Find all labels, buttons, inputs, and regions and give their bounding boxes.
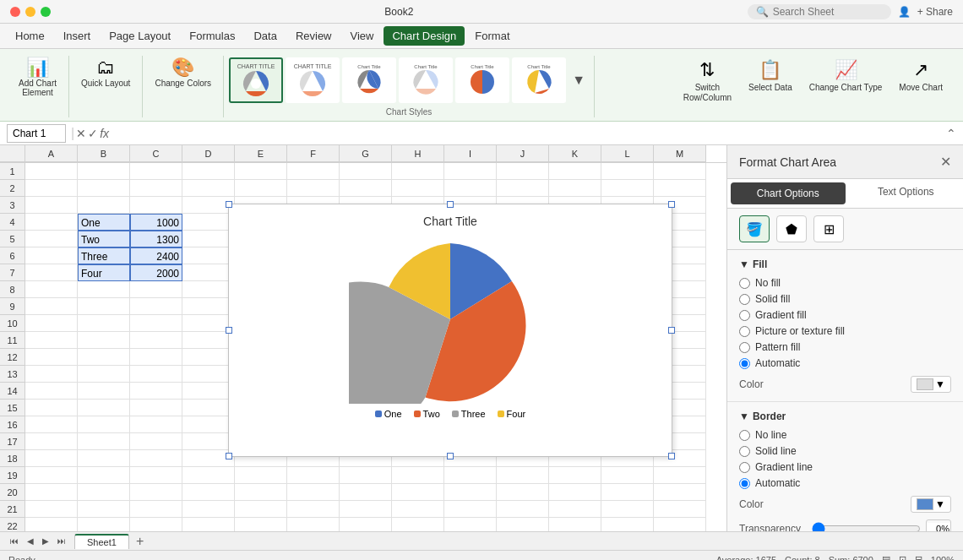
- row-header-11[interactable]: 11: [0, 332, 25, 349]
- formula-confirm-icon[interactable]: ✓: [88, 127, 98, 140]
- row-header-2[interactable]: 2: [0, 180, 25, 197]
- row-header-9[interactable]: 9: [0, 298, 25, 315]
- fill-color-button[interactable]: ▼: [911, 376, 951, 393]
- search-input[interactable]: [773, 6, 883, 18]
- resize-handle-bc[interactable]: [447, 453, 454, 459]
- minimize-button[interactable]: [25, 7, 35, 17]
- resize-handle-tl[interactable]: [226, 201, 232, 208]
- cell-B1[interactable]: [78, 163, 130, 180]
- menu-chart-design[interactable]: Chart Design: [384, 26, 465, 46]
- cell-H1[interactable]: [392, 163, 444, 180]
- cell-J1[interactable]: [497, 163, 549, 180]
- search-box[interactable]: 🔍: [748, 4, 891, 19]
- row-header-12[interactable]: 12: [0, 349, 25, 366]
- fill-picture[interactable]: Picture or texture fill: [739, 325, 951, 337]
- formula-input[interactable]: [114, 128, 941, 139]
- resize-handle-br[interactable]: [668, 453, 675, 459]
- move-chart-button[interactable]: ↗ Move Chart: [892, 56, 949, 96]
- status-view-normal[interactable]: ▤: [882, 554, 890, 560]
- chart-style-4[interactable]: Chart Title: [399, 57, 453, 103]
- sheet-nav-next[interactable]: ▶: [39, 535, 52, 547]
- chart-styles-more[interactable]: ▼: [569, 60, 589, 101]
- tab-text-options[interactable]: Text Options: [849, 179, 964, 208]
- row-header-10[interactable]: 10: [0, 315, 25, 332]
- cell-D6[interactable]: [182, 247, 235, 264]
- cell-B7[interactable]: Four: [78, 264, 130, 281]
- menu-home[interactable]: Home: [7, 26, 53, 46]
- chart-style-3[interactable]: Chart Title: [342, 57, 396, 103]
- fill-gradient[interactable]: Gradient fill: [739, 309, 951, 321]
- cell-C3[interactable]: [130, 197, 182, 214]
- cell-D5[interactable]: [182, 231, 235, 247]
- menu-format[interactable]: Format: [466, 26, 518, 46]
- resize-handle-tc[interactable]: [447, 201, 454, 208]
- row-header-21[interactable]: 21: [0, 501, 25, 518]
- cell-D1[interactable]: [182, 163, 235, 180]
- row-header-15[interactable]: 15: [0, 400, 25, 416]
- cell-F2[interactable]: [287, 180, 340, 197]
- cell-F1[interactable]: [287, 163, 340, 180]
- row-header-5[interactable]: 5: [0, 231, 25, 247]
- cell-B5[interactable]: Two: [78, 231, 130, 247]
- fill-section-title[interactable]: ▼ Fill: [739, 258, 951, 270]
- cell-L1[interactable]: [601, 163, 654, 180]
- col-header-A[interactable]: A: [25, 145, 78, 162]
- row-header-17[interactable]: 17: [0, 433, 25, 450]
- col-header-E[interactable]: E: [235, 145, 287, 162]
- col-header-J[interactable]: J: [497, 145, 549, 162]
- cell-G2[interactable]: [340, 180, 392, 197]
- col-header-K[interactable]: K: [549, 145, 601, 162]
- cell-C6[interactable]: 2400: [130, 247, 182, 264]
- cell-A4[interactable]: [25, 214, 78, 231]
- status-view-break[interactable]: ⊟: [915, 554, 922, 560]
- cell-B3[interactable]: [78, 197, 130, 214]
- border-solid[interactable]: Solid line: [739, 445, 951, 457]
- border-automatic[interactable]: Automatic: [739, 477, 951, 489]
- border-color-button[interactable]: ▼: [911, 496, 951, 513]
- cell-B6[interactable]: Three: [78, 247, 130, 264]
- add-chart-element-button[interactable]: 📊 Add ChartElement: [14, 56, 62, 100]
- col-header-H[interactable]: H: [392, 145, 444, 162]
- sheet-nav-first[interactable]: ⏮: [7, 535, 22, 547]
- col-header-C[interactable]: C: [130, 145, 182, 162]
- chart-style-5[interactable]: Chart Title: [455, 57, 509, 103]
- row-header-18[interactable]: 18: [0, 450, 25, 467]
- cell-A7[interactable]: [25, 264, 78, 281]
- cell-C7[interactable]: 2000: [130, 264, 182, 281]
- fill-automatic[interactable]: Automatic: [739, 357, 951, 369]
- col-header-F[interactable]: F: [287, 145, 340, 162]
- cell-D7[interactable]: [182, 264, 235, 281]
- transparency-spinbox[interactable]: ▲ ▼: [926, 519, 951, 531]
- cell-M1[interactable]: [654, 163, 706, 180]
- format-icon-size[interactable]: ⊞: [813, 215, 844, 242]
- cell-A6[interactable]: [25, 247, 78, 264]
- border-no-line[interactable]: No line: [739, 429, 951, 441]
- col-header-D[interactable]: D: [182, 145, 235, 162]
- tab-chart-options[interactable]: Chart Options: [731, 182, 846, 204]
- resize-handle-tr[interactable]: [668, 201, 675, 208]
- cell-E2[interactable]: [235, 180, 287, 197]
- quick-layout-button[interactable]: 🗂 Quick Layout: [76, 56, 135, 90]
- menu-review[interactable]: Review: [287, 26, 340, 46]
- maximize-button[interactable]: [41, 7, 51, 17]
- menu-data[interactable]: Data: [245, 26, 285, 46]
- cell-C2[interactable]: [130, 180, 182, 197]
- cell-reference-box[interactable]: Chart 1: [7, 124, 66, 143]
- add-sheet-button[interactable]: +: [131, 533, 149, 550]
- row-header-1[interactable]: 1: [0, 163, 25, 180]
- row-header-20[interactable]: 20: [0, 484, 25, 501]
- resize-handle-ml[interactable]: [226, 327, 232, 334]
- col-header-L[interactable]: L: [601, 145, 654, 162]
- fill-pattern[interactable]: Pattern fill: [739, 341, 951, 353]
- cell-A1[interactable]: [25, 163, 78, 180]
- fill-no-fill[interactable]: No fill: [739, 277, 951, 289]
- cell-A3[interactable]: [25, 197, 78, 214]
- menu-insert[interactable]: Insert: [55, 26, 100, 46]
- transparency-slider[interactable]: [812, 522, 921, 531]
- resize-handle-bl[interactable]: [226, 453, 232, 459]
- chart-style-6[interactable]: Chart Title: [512, 57, 566, 103]
- row-header-3[interactable]: 3: [0, 197, 25, 214]
- col-header-M[interactable]: M: [654, 145, 706, 162]
- resize-handle-mr[interactable]: [668, 327, 675, 334]
- fill-solid[interactable]: Solid fill: [739, 293, 951, 305]
